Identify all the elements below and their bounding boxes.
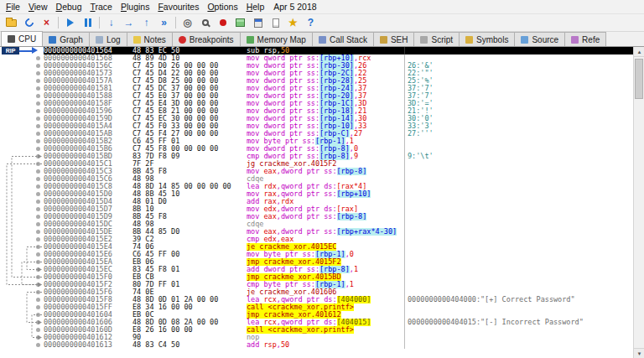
menu-options[interactable]: Options [203,1,242,13]
disasm-row[interactable]: 00000000004015ABC7 45 F4 27 00 00 00mov … [0,130,633,137]
disasm-row[interactable]: 0000000000401604EB 0Cjmp crackme_xor.401… [0,311,633,319]
disasm-row[interactable]: 000000000040161290nop [0,334,633,341]
disasm-row[interactable]: 00000000004015DC48 98cdqe [0,221,633,228]
disasm-row[interactable]: 0000000000401596C7 45 E8 21 00 00 00mov … [0,107,633,115]
scrollbar-thumb[interactable] [635,59,643,99]
run-to-user-code-button[interactable]: » [156,15,172,30]
tab-label: Notes [144,35,166,44]
step-over-button[interactable]: → [121,15,137,30]
tab-symbols[interactable]: Symbols [459,32,515,46]
close-button[interactable]: × [39,15,55,30]
pause-button[interactable] [80,15,96,30]
address-cell: 0000000000401573 [44,70,132,77]
disasm-row[interactable]: 00000000004015E239 C2cmp edx,eax [0,236,633,243]
instruction-text: mov dword ptr ss:[rbp-8],0 [247,145,358,153]
seh-icon [380,36,387,44]
tab-call-stack[interactable]: Call Stack [312,32,374,46]
tab-script[interactable]: Script [413,32,460,46]
run-button[interactable] [62,15,78,30]
step-out-button[interactable]: ↑ [138,15,154,30]
vertical-scrollbar[interactable]: ▲ ▼ [633,47,644,358]
disasm-row[interactable]: 00000000004015B6C7 45 F8 00 00 00 00mov … [0,145,633,153]
disasm-row[interactable]: 00000000004015FFE8 34 16 00 00call <crac… [0,304,633,311]
scroll-up-icon[interactable]: ▲ [634,47,644,57]
disasm-row[interactable]: 00000000004015BD83 7D F8 09cmp dword ptr… [0,153,633,160]
instruction-text: mov dword ptr ss:[rbp-C],27 [247,130,362,137]
disasm-row[interactable]: 00000000004015EC83 45 F8 01add dword ptr… [0,266,633,273]
menu-favourites[interactable]: Favourites [153,1,203,13]
scroll-down-icon[interactable]: ▼ [634,348,644,358]
step-into-button[interactable]: ↓ [103,15,119,30]
disasm-row[interactable]: 000000000040156848 89 4D 10mov qword ptr… [0,54,633,62]
disasm-row[interactable]: 00000000004015F280 7D FF 01cmp byte ptr … [0,281,633,288]
disasm-row[interactable]: 00000000004015D98B 45 F8mov eax,dword pt… [0,213,633,221]
bytes-cell: C7 45 D4 22 00 00 00 [132,70,247,77]
menu-debug[interactable]: Debug [52,1,86,13]
disasm-row[interactable]: 000000000040160648 8D 0D 08 2A 00 00lea … [0,319,633,326]
help-button[interactable]: ? [303,15,319,30]
disasm-row[interactable]: 000000000040157AC7 45 D8 25 00 00 00mov … [0,77,633,85]
tab-notes[interactable]: Notes [127,32,173,46]
bytes-cell: 48 98 [132,175,247,183]
disasm-row[interactable]: 0000000000401573C7 45 D4 22 00 00 00mov … [0,70,633,77]
disasm-row[interactable]: 000000000040159DC7 45 EC 30 00 00 00mov … [0,115,633,122]
menu-file[interactable]: File [2,1,24,13]
disasm-row[interactable]: 0000000000401581C7 45 DC 37 00 00 00mov … [0,85,633,92]
disasm-row[interactable]: 00000000004015A4C7 45 F0 33 00 00 00mov … [0,122,633,130]
address-cell: 00000000004015D9 [44,213,132,221]
disasm-row[interactable]: 00000000004015C17F 2Fjg crackme_xor.4015… [0,160,633,168]
build-date-label: Apr 5 2018 [273,2,316,12]
instruction-cell: lea rcx,qword ptr ds:[404015] [247,319,404,326]
disasm-row[interactable]: 000000000040158FC7 45 E4 3D 00 00 00mov … [0,100,633,107]
disasm-row[interactable]: 000000000040160DE8 26 16 00 00call <crac… [0,326,633,334]
favourites-button[interactable]: ★ [285,15,301,30]
menu-plugins[interactable]: Plugins [117,1,153,13]
disasm-row[interactable]: 00000000004015DE8B 44 85 D0mov eax,dword… [0,228,633,236]
tab-graph[interactable]: Graph [42,32,90,46]
disasm-row[interactable]: 000000000040161348 83 C4 50add rsp,50 [0,341,633,349]
address-cell: 00000000004015C6 [44,175,132,183]
tab-cpu[interactable]: CPU [1,31,43,46]
settings-button[interactable]: ◎ [179,15,195,30]
disasm-row[interactable]: 0000000000401588C7 45 E0 37 00 00 00mov … [0,92,633,100]
disasm-row[interactable]: 000000000040156CC7 45 D0 26 00 00 00mov … [0,62,633,70]
breakpoints-button[interactable] [215,15,231,30]
tab-breakpoints[interactable]: Breakpoints [172,32,241,46]
rip-label: RIP [2,47,19,54]
disasm-row[interactable]: 00000000004015F674 0Eje crackme_xor.4016… [0,288,633,296]
instruction-cell: cmp dword ptr ss:[rbp-8],9 [247,153,404,160]
disasm-row[interactable]: 00000000004015D78B 10mov edx,dword ptr d… [0,205,633,213]
disasm-row[interactable]: 00000000004015F0EB CBjmp crackme_xor.401… [0,273,633,281]
tab-log[interactable]: Log [89,32,127,46]
tab-refe[interactable]: Refe [564,32,606,46]
tab-memory-map[interactable]: Memory Map [240,32,313,46]
tab-seh[interactable]: SEH [373,32,415,46]
instruction-cell: cmp edx,eax [247,236,404,243]
disasm-row[interactable]: 000000000040156448 83 EC 50sub rsp,50 [0,47,633,54]
tab-source[interactable]: Source [514,32,565,46]
menu-trace[interactable]: Trace [86,1,116,13]
find-button[interactable] [197,15,213,30]
menu-view[interactable]: View [24,1,52,13]
disasm-row[interactable]: 00000000004015D048 8B 45 10mov rax,qword… [0,190,633,198]
address-cell: 00000000004015BD [44,153,132,160]
open-file-button[interactable] [3,15,19,30]
disasm-row[interactable]: 00000000004015C848 8D 14 85 00 00 00 00l… [0,183,633,190]
gear-icon: ◎ [183,18,191,28]
disasm-row[interactable]: 00000000004015E474 06je crackme_xor.4015… [0,243,633,251]
disasm-row[interactable]: 00000000004015C648 98cdqe [0,175,633,183]
disasm-row[interactable]: 00000000004015EAEB 06jmp crackme_xor.401… [0,258,633,266]
memory-map-button[interactable] [232,15,248,30]
disasm-row[interactable]: 00000000004015E6C6 45 FF 00mov byte ptr … [0,251,633,258]
restart-button[interactable] [21,15,37,30]
bytes-cell: 74 06 [132,243,247,251]
call-stack-icon [319,36,326,44]
disasm-row[interactable]: 00000000004015D448 01 D0add rax,rdx [0,198,633,205]
bytes-cell: 48 89 4D 10 [132,54,247,62]
menu-help[interactable]: Help [242,1,269,13]
calculator-button[interactable] [250,15,266,30]
disasm-row[interactable]: 00000000004015B2C6 45 FF 01mov byte ptr … [0,137,633,145]
script-button[interactable] [267,15,283,30]
disasm-row[interactable]: 00000000004015C38B 45 F8mov eax,dword pt… [0,168,633,175]
disasm-row[interactable]: 00000000004015F848 8D 0D 01 2A 00 00lea … [0,296,633,304]
